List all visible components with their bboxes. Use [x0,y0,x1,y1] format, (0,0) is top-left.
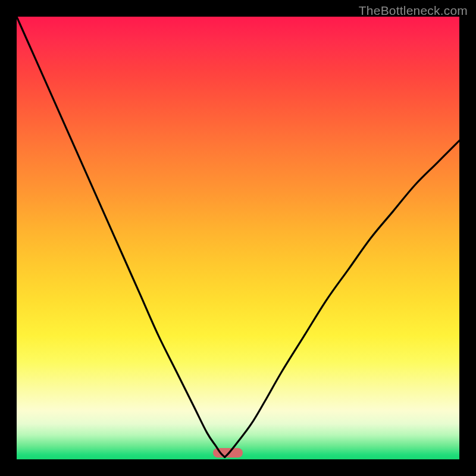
chart-frame: TheBottleneck.com [0,0,476,476]
watermark-text: TheBottleneck.com [359,4,468,18]
curve-left-branch [17,17,225,457]
curve-layer [17,17,459,459]
plot-area [17,17,459,459]
curve-right-branch [225,140,459,457]
